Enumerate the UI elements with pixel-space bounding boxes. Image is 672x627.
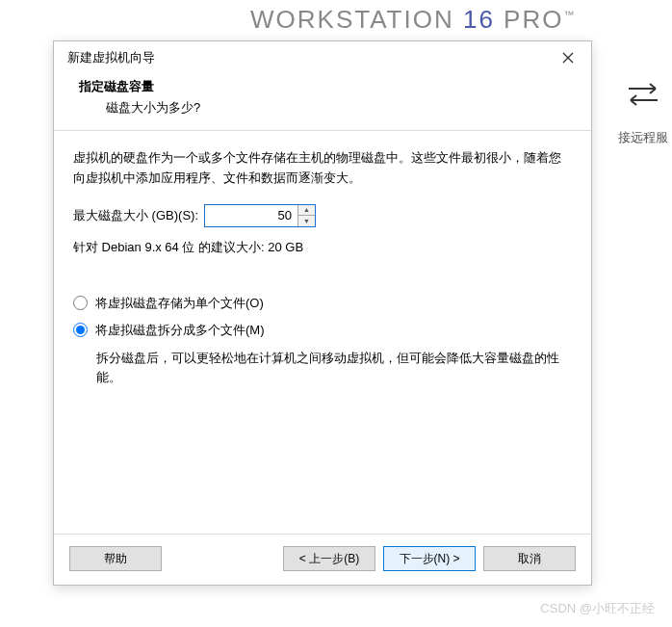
radio-multi-file-input[interactable] (73, 323, 88, 337)
radio-single-file-input[interactable] (73, 296, 88, 310)
spinner-up[interactable]: ▲ (298, 205, 315, 217)
watermark: CSDN @小旺不正经 (540, 600, 655, 617)
close-button[interactable] (555, 44, 582, 71)
intro-text: 虚拟机的硬盘作为一个或多个文件存储在主机的物理磁盘中。这些文件最初很小，随着您向… (73, 148, 572, 189)
connect-remote-label: 接远程服 (614, 129, 672, 146)
dialog-titlebar: 新建虚拟机向导 (54, 41, 591, 74)
connect-remote-icon (623, 77, 663, 112)
new-vm-wizard-dialog: 新建虚拟机向导 指定磁盘容量 磁盘大小为多少? 虚拟机的硬盘作为一个或多个文件存… (53, 40, 592, 586)
dialog-footer: 帮助 < 上一步(B) 下一步(N) > 取消 (54, 534, 591, 585)
radio-single-file[interactable]: 将虚拟磁盘存储为单个文件(O) (73, 295, 572, 312)
radio-multi-file-label: 将虚拟磁盘拆分成多个文件(M) (95, 322, 265, 339)
app-title: WORKSTATION 16 PRO™ (250, 5, 576, 35)
recommended-size-text: 针对 Debian 9.x 64 位 的建议大小: 20 GB (73, 239, 572, 256)
background-side-panel: 接远程服 (614, 77, 672, 146)
help-button[interactable]: 帮助 (69, 546, 162, 571)
spinner-arrows: ▲ ▼ (297, 205, 315, 226)
spinner-down[interactable]: ▼ (298, 216, 315, 226)
cancel-button[interactable]: 取消 (483, 546, 576, 571)
disk-size-input[interactable] (205, 205, 297, 226)
back-button[interactable]: < 上一步(B) (283, 546, 375, 571)
dialog-title: 新建虚拟机向导 (67, 49, 155, 66)
radio-multi-file[interactable]: 将虚拟磁盘拆分成多个文件(M) (73, 322, 572, 339)
header-title: 指定磁盘容量 (79, 78, 572, 95)
disk-size-label: 最大磁盘大小 (GB)(S): (73, 207, 198, 224)
header-subtitle: 磁盘大小为多少? (106, 99, 572, 117)
next-button[interactable]: 下一步(N) > (383, 546, 476, 571)
radio-multi-file-desc: 拆分磁盘后，可以更轻松地在计算机之间移动虚拟机，但可能会降低大容量磁盘的性能。 (96, 349, 572, 389)
close-icon (562, 52, 574, 64)
radio-single-file-label: 将虚拟磁盘存储为单个文件(O) (95, 295, 264, 312)
dialog-body: 虚拟机的硬盘作为一个或多个文件存储在主机的物理磁盘中。这些文件最初很小，随着您向… (54, 131, 591, 534)
dialog-header: 指定磁盘容量 磁盘大小为多少? (54, 74, 591, 130)
disk-size-spinner[interactable]: ▲ ▼ (204, 204, 316, 227)
disk-size-row: 最大磁盘大小 (GB)(S): ▲ ▼ (73, 204, 572, 227)
